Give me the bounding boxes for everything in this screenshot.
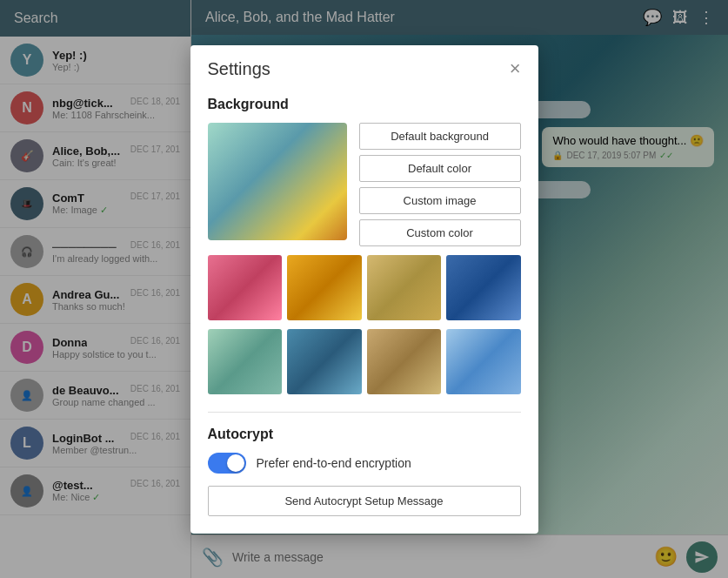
bg-thumb-wheat[interactable] bbox=[367, 255, 442, 320]
toggle-knob bbox=[227, 454, 244, 472]
bg-thumb-flower[interactable] bbox=[208, 255, 283, 320]
modal-header: Settings × bbox=[190, 45, 538, 88]
bg-preview-main bbox=[208, 123, 347, 240]
modal-overlay: Settings × Background Default background… bbox=[0, 0, 728, 578]
custom-color-button[interactable]: Custom color bbox=[359, 219, 521, 246]
bg-main-row: Default background Default color Custom … bbox=[208, 123, 521, 246]
default-background-button[interactable]: Default background bbox=[359, 123, 521, 150]
bg-thumb-teal[interactable] bbox=[208, 329, 283, 394]
toggle-row: Prefer end-to-end encryption bbox=[208, 453, 521, 474]
section-divider bbox=[208, 412, 521, 413]
background-section: Background Default background Default co… bbox=[208, 97, 521, 394]
modal-title: Settings bbox=[208, 59, 270, 79]
default-color-button[interactable]: Default color bbox=[359, 155, 521, 182]
settings-modal: Settings × Background Default background… bbox=[190, 45, 538, 534]
toggle-label: Prefer end-to-end encryption bbox=[257, 456, 411, 470]
bg-thumb-grid bbox=[208, 255, 521, 320]
autocrypt-section: Autocrypt Prefer end-to-end encryption S… bbox=[208, 427, 521, 516]
bg-thumb-grid-2 bbox=[208, 329, 521, 394]
encryption-toggle[interactable] bbox=[208, 453, 246, 474]
background-section-title: Background bbox=[208, 97, 521, 112]
custom-image-button[interactable]: Custom image bbox=[359, 187, 521, 214]
bg-thumb-lake[interactable] bbox=[287, 329, 362, 394]
bg-thumb-ocean[interactable] bbox=[446, 255, 521, 320]
bg-thumb-bee[interactable] bbox=[287, 255, 362, 320]
autocrypt-section-title: Autocrypt bbox=[208, 427, 521, 442]
bg-buttons: Default background Default color Custom … bbox=[359, 123, 521, 246]
modal-body: Background Default background Default co… bbox=[190, 88, 538, 534]
setup-message-button[interactable]: Send Autocrypt Setup Message bbox=[208, 486, 521, 516]
bg-thumb-sand[interactable] bbox=[367, 329, 442, 394]
bg-thumb-glacier[interactable] bbox=[446, 329, 521, 394]
close-button[interactable]: × bbox=[510, 59, 521, 78]
